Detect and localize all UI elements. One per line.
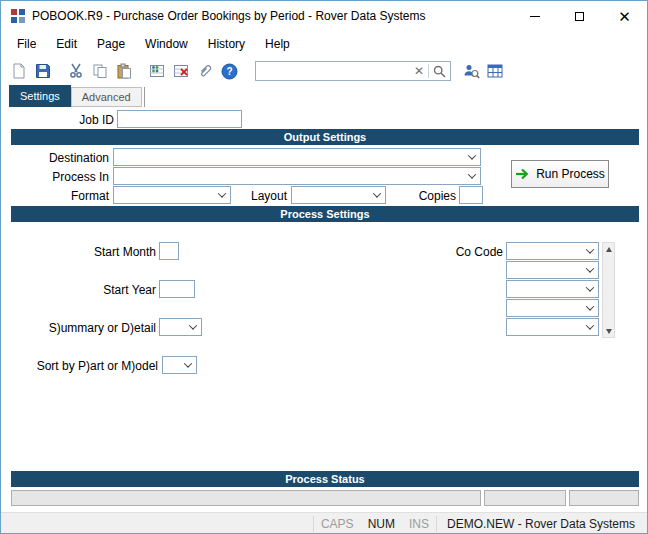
save-button[interactable] bbox=[31, 59, 55, 83]
run-arrow-icon bbox=[515, 168, 530, 180]
new-document-button[interactable] bbox=[7, 59, 31, 83]
cut-button[interactable] bbox=[64, 59, 88, 83]
minimize-icon bbox=[530, 16, 540, 17]
layout-label: Layout bbox=[231, 188, 287, 204]
chevron-down-icon bbox=[582, 262, 598, 278]
clear-search-icon[interactable]: ✕ bbox=[410, 64, 428, 78]
start-year-label: Start Year bbox=[1, 282, 156, 298]
co-code-select-5[interactable] bbox=[506, 318, 599, 336]
process-status-field-1 bbox=[11, 490, 481, 506]
run-process-label: Run Process bbox=[536, 167, 605, 181]
co-code-select-1[interactable] bbox=[506, 242, 599, 260]
process-in-select[interactable] bbox=[113, 167, 481, 185]
tab-edge bbox=[144, 87, 145, 107]
close-icon: ✕ bbox=[618, 9, 631, 24]
format-select[interactable] bbox=[113, 186, 231, 204]
search-input[interactable] bbox=[256, 63, 410, 79]
sort-by-label: Sort by P)art or M)odel bbox=[1, 358, 158, 374]
search-icon[interactable] bbox=[429, 65, 450, 78]
start-month-label: Start Month bbox=[1, 244, 156, 260]
menu-file[interactable]: File bbox=[7, 33, 46, 55]
ins-indicator: INS bbox=[402, 517, 436, 531]
format-label: Format bbox=[1, 188, 109, 204]
toolbar-separator bbox=[136, 71, 145, 72]
co-code-scrollbar[interactable] bbox=[602, 242, 615, 338]
chevron-down-icon bbox=[582, 281, 598, 297]
scroll-down-icon[interactable] bbox=[603, 325, 614, 337]
summary-detail-select[interactable] bbox=[159, 318, 202, 336]
new-document-icon bbox=[11, 63, 27, 79]
tab-advanced-label: Advanced bbox=[82, 91, 131, 103]
chevron-down-icon bbox=[214, 187, 230, 203]
menubar: File Edit Page Window History Help bbox=[1, 31, 647, 57]
scroll-track[interactable] bbox=[603, 255, 614, 325]
help-icon: ? bbox=[221, 63, 238, 80]
chevron-down-icon bbox=[464, 149, 480, 165]
table-view-button[interactable] bbox=[483, 59, 507, 83]
window-controls: ✕ bbox=[512, 1, 647, 31]
process-status-header: Process Status bbox=[11, 471, 639, 487]
num-indicator: NUM bbox=[361, 517, 402, 531]
statusbar: CAPS NUM INS DEMO.NEW - Rover Data Syste… bbox=[1, 512, 647, 534]
toolbar-separator bbox=[55, 71, 64, 72]
menu-history[interactable]: History bbox=[198, 33, 255, 55]
job-id-label: Job ID bbox=[1, 112, 114, 128]
maximize-icon bbox=[575, 12, 584, 21]
save-icon bbox=[35, 63, 51, 79]
tab-settings[interactable]: Settings bbox=[9, 85, 71, 107]
chevron-down-icon bbox=[180, 357, 196, 373]
destination-select[interactable] bbox=[113, 148, 481, 166]
output-settings-header: Output Settings bbox=[11, 129, 639, 145]
window-title: POBOOK.R9 - Purchase Order Bookings by P… bbox=[32, 9, 425, 23]
copy-button[interactable] bbox=[88, 59, 112, 83]
summary-detail-label: S)ummary or D)etail bbox=[1, 320, 156, 336]
close-button[interactable]: ✕ bbox=[602, 1, 647, 31]
chevron-down-icon bbox=[582, 319, 598, 335]
paste-icon bbox=[116, 63, 132, 79]
menu-page[interactable]: Page bbox=[87, 33, 135, 55]
grid-options-button[interactable] bbox=[145, 59, 169, 83]
cut-icon bbox=[68, 63, 84, 79]
co-code-select-2[interactable] bbox=[506, 261, 599, 279]
chevron-down-icon bbox=[582, 243, 598, 259]
job-id-input[interactable] bbox=[117, 110, 242, 128]
chevron-down-icon bbox=[464, 168, 480, 184]
scroll-up-icon[interactable] bbox=[603, 243, 614, 255]
sort-by-select[interactable] bbox=[162, 356, 197, 374]
co-code-select-3[interactable] bbox=[506, 280, 599, 298]
app-icon bbox=[10, 8, 26, 24]
start-month-input[interactable] bbox=[159, 242, 179, 260]
chevron-down-icon bbox=[582, 300, 598, 316]
co-code-label: Co Code bbox=[403, 244, 503, 260]
menu-help[interactable]: Help bbox=[255, 33, 300, 55]
paste-button[interactable] bbox=[112, 59, 136, 83]
toolbar: ? ✕ bbox=[1, 57, 647, 85]
maximize-button[interactable] bbox=[557, 1, 602, 31]
process-status-field-3 bbox=[569, 490, 639, 506]
co-code-select-4[interactable] bbox=[506, 299, 599, 317]
process-status-field-2 bbox=[484, 490, 566, 506]
grid-delete-button[interactable] bbox=[169, 59, 193, 83]
minimize-button[interactable] bbox=[512, 1, 557, 31]
menu-edit[interactable]: Edit bbox=[46, 33, 87, 55]
destination-label: Destination bbox=[1, 150, 109, 166]
tab-advanced[interactable]: Advanced bbox=[71, 87, 142, 107]
grid-delete-icon bbox=[173, 63, 189, 79]
attachment-button[interactable] bbox=[193, 59, 217, 83]
attachment-icon bbox=[197, 63, 213, 79]
layout-select[interactable] bbox=[291, 186, 386, 204]
copies-input[interactable] bbox=[459, 186, 483, 204]
user-lookup-button[interactable] bbox=[459, 59, 483, 83]
svg-text:?: ? bbox=[226, 66, 232, 77]
process-settings-header: Process Settings bbox=[11, 206, 639, 222]
grid-options-icon bbox=[149, 63, 165, 79]
menu-window[interactable]: Window bbox=[135, 33, 198, 55]
process-in-label: Process In bbox=[1, 169, 109, 185]
app-window: POBOOK.R9 - Purchase Order Bookings by P… bbox=[0, 0, 648, 534]
titlebar: POBOOK.R9 - Purchase Order Bookings by P… bbox=[1, 1, 647, 31]
toolbar-search: ✕ bbox=[255, 61, 451, 81]
help-button[interactable]: ? bbox=[217, 59, 241, 83]
start-year-input[interactable] bbox=[159, 280, 195, 298]
chevron-down-icon bbox=[185, 319, 201, 335]
run-process-button[interactable]: Run Process bbox=[511, 160, 609, 188]
